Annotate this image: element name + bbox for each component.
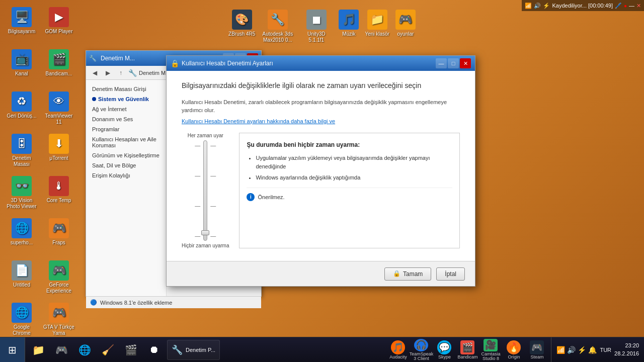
- sidebar-gorunum[interactable]: Görünüm ve Kişiselleştirme: [88, 150, 164, 160]
- taskbar-camtasia[interactable]: 🎥 Camtasia Studio 8: [479, 339, 502, 361]
- uac-description: Kullanıcı Hesabı Denetimi, zararlı olabi…: [182, 98, 460, 115]
- info-item-2: Windows ayarlarında değişiklik yaptığımd…: [256, 173, 452, 183]
- taskbar-quick-launch: 📁 🎮 🌐 🧹 🎬 ⏺: [25, 337, 167, 362]
- uac-minimize[interactable]: —: [436, 58, 447, 68]
- audacity-label: Audacity: [389, 355, 407, 359]
- recording-status: Kaydediliyor... [00:00:49]: [552, 3, 612, 9]
- uac-cancel-button[interactable]: İptal: [436, 267, 465, 281]
- tray-action-center[interactable]: 🔔: [588, 346, 597, 354]
- taskbar-steam-quick[interactable]: 🎮: [50, 339, 72, 361]
- uac-link[interactable]: Kullanıcı Hesabı Denetimi ayarları hakkı…: [182, 118, 335, 124]
- slider-track[interactable]: [203, 140, 207, 241]
- ok-label: Tamam: [403, 270, 423, 278]
- taskbar-bandicam-quick[interactable]: 🎬: [120, 339, 142, 361]
- uac-header: Bilgisayarınızdaki değişikliklerle ilgil…: [182, 81, 460, 91]
- nav-back[interactable]: ◀: [89, 67, 100, 78]
- tray-language[interactable]: TUR: [600, 347, 611, 353]
- taskbar-explorer[interactable]: 📁: [27, 339, 49, 361]
- tray-icon-close[interactable]: ✕: [636, 3, 641, 9]
- taskbar-origin[interactable]: 🔥 Origin: [503, 339, 525, 361]
- uac-footer: 🔒 Tamam İptal: [167, 261, 475, 286]
- camtasia-label: Camtasia Studio 8: [479, 352, 502, 361]
- taskbar-fraps-quick[interactable]: ⏺: [143, 339, 165, 361]
- sidebar-label: Ağ ve İnternet: [92, 106, 127, 112]
- start-button[interactable]: ⊞: [0, 337, 25, 362]
- ccleaner-icon: 🧹: [102, 344, 114, 356]
- denetim-app-icon: 🔧: [172, 344, 183, 355]
- dash-r3: —: [210, 203, 216, 209]
- uac-titlebar: 🔒 Kullanıcı Hesabı Denetimi Ayarları — □…: [167, 56, 475, 71]
- bandicam-bottom-label: Bandicam: [457, 355, 477, 359]
- tray-network[interactable]: 📶: [556, 346, 565, 354]
- fraps-quick-icon: ⏺: [149, 344, 159, 355]
- sidebar-sistem-guvenlik[interactable]: Sistem ve Güvenlik: [88, 94, 164, 104]
- start-icon: ⊞: [8, 344, 17, 356]
- uac-info-title: Şu durumda beni hiçbir zaman uyarma:: [247, 140, 452, 150]
- taskbar-ccleaner[interactable]: 🧹: [97, 339, 119, 361]
- tray-icon-volume: 🔊: [534, 3, 541, 9]
- tray-icon-record-red: ●: [624, 3, 627, 9]
- tray-sound[interactable]: 🔊: [567, 346, 576, 354]
- sidebar-label: Saat, Dil ve Bölge: [92, 162, 136, 168]
- slider-top-label: Her zaman uyar: [188, 133, 223, 138]
- dialog-overlay: 🔧 Denetim M... — □ ✕ ◀ ▶ ↑ 🔧 Denetim M..…: [0, 0, 644, 362]
- sidebar-donanim-ses[interactable]: Donanım ve Ses: [88, 114, 164, 124]
- uac-info-box: Şu durumda beni hiçbir zaman uyarma: Uyg…: [239, 133, 460, 248]
- tray-icon-power: ⚡: [543, 3, 550, 9]
- sidebar-label: Donanım ve Ses: [92, 116, 133, 122]
- nav-forward[interactable]: ▶: [102, 67, 113, 78]
- uac-slider-area: Her zaman uyar — — — —: [182, 133, 460, 248]
- sidebar-kullanici[interactable]: Kullanıcı Hesapları ve Aile Koruması: [88, 134, 164, 150]
- slider-dashes-right: — — — —: [210, 140, 216, 241]
- steam-quick-icon: 🎮: [55, 344, 68, 356]
- taskbar: ⊞ 📁 🎮 🌐 🧹 🎬 ⏺ 🔧 Denetim: [0, 337, 644, 362]
- skype-label: Skype: [438, 355, 451, 359]
- taskbar-bandicam-bottom[interactable]: 🎬 Bandicam: [456, 339, 478, 361]
- info-icon: i: [247, 193, 255, 201]
- steam-bottom-label: Steam: [530, 355, 543, 359]
- dash-3: —: [195, 203, 200, 209]
- control-panel-title-icon: 🔧: [89, 55, 97, 62]
- skype-icon: 💬: [437, 340, 451, 354]
- audacity-icon: 🎵: [391, 340, 405, 354]
- system-tray-bar: 📶 🔊 ⚡ Kaydediliyor... [00:00:49] 🖊️ ● — …: [522, 0, 644, 11]
- sidebar-programlar[interactable]: Programlar: [88, 124, 164, 134]
- steam-bottom-icon: 🎮: [530, 340, 544, 354]
- tray-icon-edit: 🖊️: [615, 3, 622, 9]
- tray-battery[interactable]: ⚡: [578, 346, 586, 354]
- cancel-label: İptal: [445, 270, 456, 278]
- system-tray-icons: 📶 🔊 ⚡ 🔔: [556, 346, 597, 354]
- nav-up[interactable]: ↑: [115, 67, 126, 78]
- dash-r2: —: [210, 172, 216, 178]
- bandicam-bottom-icon: 🎬: [460, 340, 474, 354]
- info-note-text: Önerilmez.: [258, 193, 284, 202]
- taskbar-chrome-quick[interactable]: 🌐: [73, 339, 96, 361]
- uac-maximize[interactable]: □: [448, 58, 459, 68]
- taskbar-steam-bottom[interactable]: 🎮 Steam: [526, 339, 548, 361]
- sidebar-ag-internet[interactable]: Ağ ve İnternet: [88, 104, 164, 114]
- tray-icon-minimize[interactable]: —: [629, 3, 634, 9]
- teamspeak-icon: 🎧: [414, 339, 428, 351]
- uac-ok-button[interactable]: 🔒 Tamam: [384, 267, 431, 281]
- taskbar-teamspeak[interactable]: 🎧 TeamSpeak 3 Client: [410, 339, 432, 361]
- sidebar-denetim-girisi[interactable]: Denetim Masası Girişi: [88, 84, 164, 94]
- taskbar-audacity[interactable]: 🎵 Audacity: [387, 339, 409, 361]
- uac-close[interactable]: ✕: [460, 58, 471, 68]
- taskbar-tray-right: 📶 🔊 ⚡ 🔔 TUR 23:20 28.2.2016: [551, 337, 644, 362]
- slider-handle[interactable]: [201, 230, 209, 235]
- sidebar-erisim[interactable]: Erişim Kolaylığı: [88, 170, 164, 180]
- chrome-quick-icon: 🌐: [78, 344, 91, 356]
- dash-r1: —: [210, 142, 216, 148]
- explorer-icon: 📁: [32, 344, 45, 356]
- breadcrumb-icon: 🔧: [128, 69, 137, 77]
- taskbar-running-denetim[interactable]: 🔧 Denetim P...: [167, 340, 220, 360]
- dash-1: —: [195, 142, 200, 148]
- sidebar-saat-dil[interactable]: Saat, Dil ve Bölge: [88, 160, 164, 170]
- camtasia-icon: 🎥: [484, 339, 498, 351]
- sidebar-label: Programlar: [92, 126, 119, 132]
- tray-icon-wifi: 📶: [525, 3, 532, 9]
- taskbar-clock[interactable]: 23:20 28.2.2016: [614, 342, 639, 357]
- taskbar-skype[interactable]: 💬 Skype: [433, 339, 455, 361]
- clock-date: 28.2.2016: [614, 350, 639, 357]
- sidebar-label: Erişim Kolaylığı: [92, 172, 130, 178]
